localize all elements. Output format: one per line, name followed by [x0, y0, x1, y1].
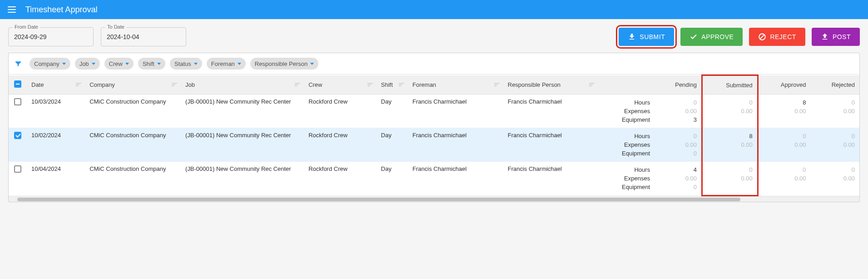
cell-shift: Day — [377, 162, 408, 196]
check-icon — [689, 33, 698, 41]
cell-approved: 80.00 — [758, 95, 810, 128]
cell-job: (JB-00001) New Community Rec Center — [181, 162, 304, 196]
col-job[interactable]: Job — [181, 75, 304, 95]
cell-company: CMiC Construction Company — [85, 128, 181, 162]
cell-metric-labels: HoursExpensesEquipment — [598, 128, 655, 162]
approve-button[interactable]: APPROVE — [680, 28, 743, 46]
filter-chip-job[interactable]: Job — [75, 58, 100, 70]
upload-icon — [821, 33, 829, 41]
row-checkbox[interactable] — [14, 132, 21, 139]
cell-foreman: Francis Charmichael — [408, 95, 503, 128]
cell-responsible: Francis Charmichael — [503, 95, 599, 128]
table-row[interactable]: 10/03/2024CMiC Construction Company(JB-0… — [9, 95, 859, 128]
filter-icon[interactable] — [14, 60, 22, 67]
filter-bar: CompanyJobCrewShiftStatusForemanResponsi… — [9, 53, 859, 75]
filter-chip-shift[interactable]: Shift — [138, 58, 165, 70]
cell-date: 10/02/2024 — [27, 128, 85, 162]
row-checkbox[interactable] — [14, 98, 21, 105]
cell-metric-labels: HoursExpensesEquipment — [598, 95, 655, 128]
cell-submitted: 00.00 — [702, 95, 758, 128]
cell-foreman: Francis Charmichael — [408, 162, 503, 196]
cell-responsible: Francis Charmichael — [503, 128, 599, 162]
chip-label: Crew — [109, 60, 123, 67]
cell-crew: Rockford Crew — [304, 95, 377, 128]
hamburger-icon — [8, 6, 16, 13]
app-bar: Timesheet Approval — [0, 0, 868, 19]
cell-metric-labels: HoursExpensesEquipment — [598, 162, 655, 196]
col-submitted[interactable]: Submitted — [702, 75, 758, 95]
download-icon — [628, 33, 636, 41]
col-approved[interactable]: Approved — [758, 75, 810, 95]
cell-shift: Day — [377, 95, 408, 128]
col-responsible[interactable]: Responsible Person — [503, 75, 599, 95]
cell-submitted: 00.00 — [702, 162, 758, 196]
cell-submitted: 80.00 — [702, 128, 758, 162]
cell-crew: Rockford Crew — [304, 128, 377, 162]
col-metrics — [598, 75, 655, 95]
chevron-down-icon — [62, 63, 66, 65]
approve-label: APPROVE — [701, 33, 734, 40]
cell-date: 10/03/2024 — [27, 95, 85, 128]
cell-company: CMiC Construction Company — [85, 95, 181, 128]
select-all-checkbox[interactable] — [14, 80, 21, 88]
col-pending[interactable]: Pending — [655, 75, 702, 95]
chevron-down-icon — [238, 63, 241, 65]
chip-label: Responsible Person — [255, 60, 308, 67]
chevron-down-icon — [92, 63, 95, 65]
post-label: POST — [833, 33, 851, 40]
table-container: CompanyJobCrewShiftStatusForemanResponsi… — [8, 53, 860, 202]
cell-date: 10/04/2024 — [27, 162, 85, 196]
chevron-down-icon — [125, 63, 129, 65]
cell-approved: 00.00 — [758, 162, 810, 196]
chip-label: Foreman — [211, 60, 235, 67]
table-row[interactable]: 10/04/2024CMiC Construction Company(JB-0… — [9, 162, 859, 196]
cell-job: (JB-00001) New Community Rec Center — [181, 95, 304, 128]
post-button[interactable]: POST — [812, 28, 860, 46]
col-crew[interactable]: Crew — [304, 75, 377, 95]
horizontal-scrollbar[interactable] — [9, 196, 859, 202]
cell-pending: 00.003 — [655, 95, 702, 128]
chevron-down-icon — [310, 63, 314, 65]
cell-shift: Day — [377, 128, 408, 162]
toolbar: From Date To Date SUBMIT APPROVE REJECT — [8, 27, 860, 46]
cancel-icon — [758, 33, 766, 41]
cell-responsible: Francis Charmichael — [503, 162, 599, 196]
cell-rejected: 00.00 — [810, 95, 859, 128]
chip-label: Company — [34, 60, 60, 67]
to-date-input[interactable] — [107, 33, 186, 40]
filter-chip-crew[interactable]: Crew — [104, 58, 134, 70]
filter-chip-status[interactable]: Status — [170, 58, 202, 70]
to-date-label: To Date — [105, 24, 126, 30]
cell-pending: 40.000 — [655, 162, 702, 196]
reject-button[interactable]: REJECT — [749, 28, 805, 46]
cell-rejected: 00.00 — [810, 162, 859, 196]
filter-chip-foreman[interactable]: Foreman — [207, 58, 246, 70]
col-shift[interactable]: Shift — [377, 75, 408, 95]
row-checkbox[interactable] — [14, 165, 21, 173]
timesheet-table: Date Company Job Crew Shift Foreman Resp… — [9, 75, 859, 196]
cell-rejected: 00.00 — [810, 128, 859, 162]
filter-chip-company[interactable]: Company — [30, 58, 70, 70]
chevron-down-icon — [194, 63, 198, 65]
filter-chip-responsible-person[interactable]: Responsible Person — [250, 58, 318, 70]
cell-approved: 00.00 — [758, 128, 810, 162]
chevron-down-icon — [157, 63, 161, 65]
from-date-field[interactable]: From Date — [8, 27, 94, 46]
col-company[interactable]: Company — [85, 75, 181, 95]
menu-button[interactable] — [4, 1, 20, 18]
chip-label: Status — [174, 60, 191, 67]
from-date-label: From Date — [13, 24, 40, 30]
cell-crew: Rockford Crew — [304, 162, 377, 196]
svg-line-1 — [760, 35, 764, 39]
to-date-field[interactable]: To Date — [101, 27, 186, 46]
submit-label: SUBMIT — [640, 33, 665, 40]
col-foreman[interactable]: Foreman — [408, 75, 503, 95]
cell-pending: 00.000 — [655, 128, 702, 162]
from-date-input[interactable] — [14, 33, 94, 40]
col-rejected[interactable]: Rejected — [810, 75, 859, 95]
chip-label: Shift — [143, 60, 154, 67]
table-row[interactable]: 10/02/2024CMiC Construction Company(JB-0… — [9, 128, 859, 162]
col-date[interactable]: Date — [27, 75, 85, 95]
cell-company: CMiC Construction Company — [85, 162, 181, 196]
submit-button[interactable]: SUBMIT — [619, 28, 674, 46]
